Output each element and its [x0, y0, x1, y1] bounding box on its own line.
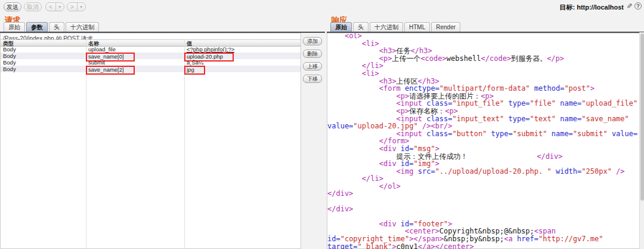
param-button-删除[interactable]: 删除 — [303, 50, 322, 58]
help-icon[interactable]: ? — [634, 2, 642, 10]
prev-dropdown-icon[interactable]: ▼ — [55, 3, 64, 11]
param-button-上移[interactable]: 上移 — [303, 62, 322, 70]
prev-request-button[interactable]: < ▼ — [45, 2, 64, 11]
cell-type: Body — [3, 59, 16, 66]
tab-头[interactable]: 头 — [49, 22, 64, 32]
annotation-box: save_name[2] — [86, 66, 135, 75]
tab-头[interactable]: 头 — [353, 22, 369, 32]
scrollbar-thumb[interactable] — [640, 33, 644, 201]
target-url: http://localhost — [577, 4, 624, 11]
code-line — [327, 198, 638, 205]
response-tabs: 原始头十六进制HTMLRender — [330, 21, 460, 32]
edit-target-icon[interactable]: ✎ — [625, 3, 633, 9]
send-button[interactable]: 发送 — [4, 2, 21, 11]
tab-原始[interactable]: 原始 — [330, 22, 352, 32]
request-params-area: /Pass-20/index.php 的 POST 请求 类型 名称 值 Bod… — [0, 33, 301, 249]
prev-arrow-label: < — [46, 3, 55, 11]
param-button-添加[interactable]: 添加 — [303, 37, 322, 45]
cell-value: <?php phpinfo();?> — [187, 46, 234, 53]
table-row[interactable]: Bodysave_name[0]upload-20.php — [1, 53, 301, 59]
burp-repeater-window: 发送 取消 < ▼ > ▼ 目标: http://localhost ✎ ? 请… — [0, 0, 644, 249]
param-action-buttons: 添加删除上移下移 — [303, 37, 322, 87]
code-line: </div> — [327, 190, 638, 198]
tab-参数[interactable]: 参数 — [26, 22, 48, 32]
cell-name: upload_file — [88, 46, 116, 53]
cell-name: save_name[2] — [88, 66, 135, 75]
cell-type: Body — [3, 53, 16, 59]
cell-name: submit — [88, 59, 105, 66]
next-arrow-label: > — [67, 3, 77, 11]
next-request-button[interactable]: > ▼ — [67, 2, 86, 11]
code-line: </div> — [327, 205, 638, 213]
response-code[interactable]: <ol> <li> <h3>任务</h3> <p>上传一个<code>websh… — [327, 32, 638, 249]
tab-HTML[interactable]: HTML — [404, 22, 430, 32]
param-button-下移[interactable]: 下移 — [303, 75, 322, 83]
request-tabs: 原始参数头十六进制 — [4, 21, 99, 32]
cell-value: ä¸Šä¼ — [187, 59, 203, 66]
annotation-box: jpg — [184, 66, 205, 75]
table-row[interactable]: Bodysubmitä¸Šä¼ — [1, 59, 301, 66]
tab-十六进制[interactable]: 十六进制 — [370, 22, 403, 32]
next-dropdown-icon[interactable]: ▼ — [77, 3, 85, 11]
cell-type: Body — [3, 66, 16, 72]
cell-type: Body — [3, 46, 16, 53]
target-label: 目标: — [559, 4, 575, 11]
tab-原始[interactable]: 原始 — [4, 22, 25, 32]
table-row[interactable]: Bodyupload_file<?php phpinfo();?> — [1, 46, 301, 53]
toolbar: 发送 取消 < ▼ > ▼ 目标: http://localhost ✎ ? — [0, 0, 644, 13]
cancel-button[interactable]: 取消 — [24, 2, 42, 11]
code-line: target="_blank">c0ny1</a></center> — [327, 243, 638, 249]
tab-十六进制[interactable]: 十六进制 — [66, 22, 99, 32]
cell-value: jpg — [187, 66, 205, 75]
tab-Render[interactable]: Render — [431, 22, 460, 32]
target-display: 目标: http://localhost — [559, 3, 624, 12]
code-line: </ol> — [327, 183, 638, 190]
table-row[interactable]: Bodysave_name[2]jpg — [1, 66, 301, 72]
response-scrollbar[interactable] — [639, 32, 644, 249]
